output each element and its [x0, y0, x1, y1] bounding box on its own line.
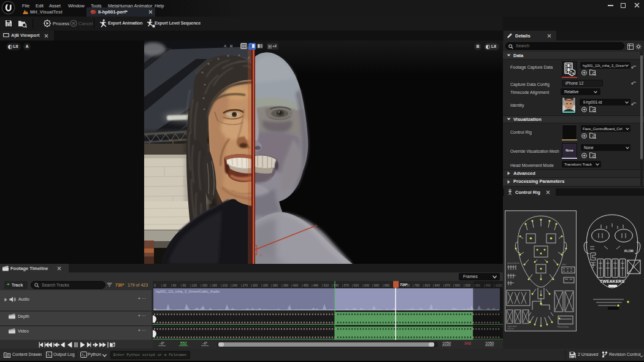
svg-text:| 570: | 570 — [342, 283, 349, 287]
svg-text:730*: 730* — [400, 283, 408, 287]
svg-text:| 30: | 30 — [161, 283, 166, 287]
svg-text:| 900: | 900 — [453, 283, 460, 287]
svg-text:FLÜR: FLÜR — [624, 249, 634, 253]
svg-text:| 240: | 240 — [231, 283, 237, 287]
svg-text:| 930: | 930 — [464, 283, 470, 287]
svg-text:| 330: | 330 — [261, 283, 268, 287]
svg-text:| 690: | 690 — [383, 283, 389, 287]
svg-text:| 450: | 450 — [302, 283, 309, 287]
svg-text:| 180: | 180 — [210, 283, 217, 287]
svg-text:| 420: | 420 — [291, 283, 298, 287]
svg-text:| 600: | 600 — [352, 283, 359, 287]
svg-text:| 480: | 480 — [312, 283, 318, 287]
svg-text:| 90: | 90 — [181, 283, 186, 287]
svg-text:| 150: | 150 — [201, 283, 207, 287]
svg-text:| 210: | 210 — [221, 283, 228, 287]
svg-text:| 300: | 300 — [251, 283, 258, 287]
svg-text:vigor: vigor — [562, 263, 567, 266]
svg-text:| 360: | 360 — [271, 283, 278, 287]
svg-text:0: 0 — [154, 283, 156, 287]
svg-text:| 870: | 870 — [443, 283, 450, 287]
svg-text:| 630: | 630 — [362, 283, 369, 287]
svg-text:speech-driven: speech-driven — [507, 262, 519, 264]
svg-text:| 810: | 810 — [423, 283, 430, 287]
svg-text:| 60: | 60 — [171, 283, 176, 287]
svg-text:TWsvslls/lsqs: TWsvslls/lsqs — [557, 326, 569, 328]
svg-text:| 660: | 660 — [372, 283, 379, 287]
svg-text:| 840: | 840 — [433, 283, 440, 287]
svg-text:TWEAKERS: TWEAKERS — [600, 279, 624, 283]
svg-text:hg001_12t_mha_3_GreenCubic_Aud: hg001_12t_mha_3_GreenCubic_Audio — [156, 290, 220, 293]
svg-text:| 390: | 390 — [282, 283, 288, 287]
svg-text:| 510: | 510 — [322, 283, 329, 287]
svg-text:| 540: | 540 — [332, 283, 339, 287]
svg-text:| 270: | 270 — [241, 283, 248, 287]
svg-text:| 120: | 120 — [190, 283, 197, 287]
svg-text:IvQr'ssr: IvQr'ssr — [507, 328, 515, 330]
svg-text:| 780: | 780 — [413, 283, 420, 287]
